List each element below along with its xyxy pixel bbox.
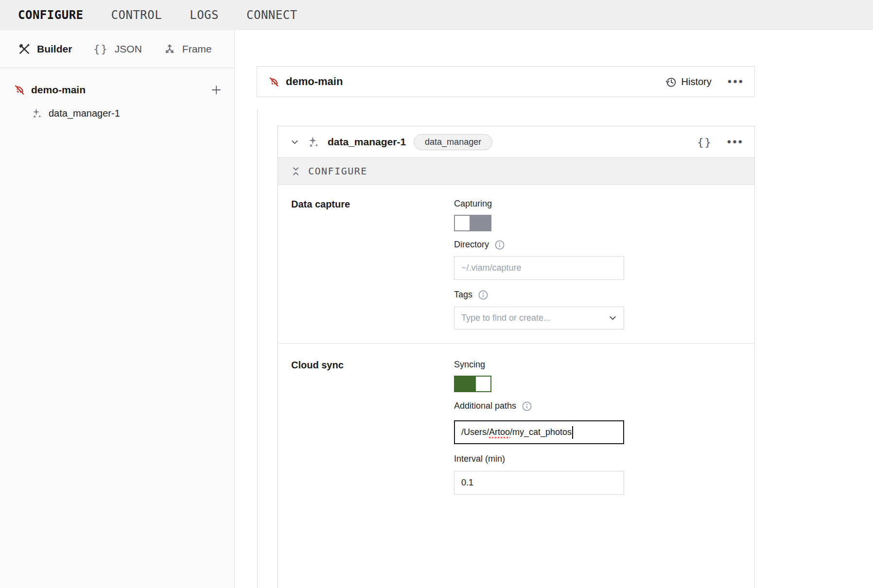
resource-card-title: data_manager-1 (328, 136, 406, 148)
sidebar-machine-row[interactable]: demo-main (0, 81, 234, 99)
machine-card-title: demo-main (286, 75, 343, 88)
collapse-section-icon (291, 166, 301, 176)
data-capture-heading: Data capture (291, 185, 454, 343)
cloud-sync-section: Cloud sync Syncing Additional paths (278, 343, 754, 581)
braces-icon: {} (93, 43, 108, 55)
frame-axis-icon (163, 43, 176, 55)
tags-label-row: Tags (454, 289, 625, 301)
resource-menu-button[interactable]: ••• (727, 136, 744, 148)
tab-connect[interactable]: CONNECT (246, 8, 297, 22)
tab-control[interactable]: CONTROL (111, 8, 162, 22)
json-config-button[interactable]: {} (697, 136, 712, 148)
sparkles-icon (307, 136, 319, 148)
tab-builder[interactable]: Builder (18, 43, 72, 55)
capturing-label: Capturing (454, 198, 625, 210)
tags-select[interactable]: Type to find or create... (454, 307, 624, 329)
main-content: demo-main History ••• (235, 30, 873, 588)
tab-frame[interactable]: Frame (163, 43, 212, 55)
tags-label: Tags (454, 289, 472, 301)
add-component-button[interactable] (211, 85, 222, 95)
toggle-knob (455, 216, 470, 230)
directory-label-row: Directory (454, 239, 625, 251)
interval-label: Interval (min) (454, 453, 625, 465)
configure-bar-label: CONFIGURE (308, 165, 367, 177)
resource-card-header: data_manager-1 data_manager {} ••• (278, 126, 754, 157)
data-capture-section: Data capture Capturing Directory (278, 185, 754, 343)
offline-icon (13, 84, 26, 96)
group-connector-line (257, 109, 258, 588)
path-text: /my_cat_photos (510, 427, 572, 437)
tab-logs[interactable]: LOGS (190, 8, 219, 22)
sparkles-icon (31, 108, 42, 119)
info-icon[interactable] (522, 401, 532, 412)
toggle-knob (476, 377, 490, 391)
path-text: /Users/ (461, 427, 489, 437)
interval-input[interactable] (454, 471, 624, 495)
resource-card-data-manager-1: data_manager-1 data_manager {} ••• CONFI… (278, 126, 755, 588)
additional-paths-input[interactable]: /Users/Artoo/my_cat_photos (454, 420, 624, 444)
sidebar-machine-name: demo-main (31, 84, 86, 96)
sidebar-item-label: data_manager-1 (49, 108, 120, 119)
path-text-misspelled: Artoo (489, 427, 510, 437)
syncing-label: Syncing (454, 359, 625, 371)
chevron-down-icon (608, 313, 617, 323)
sidebar: Builder {} JSON Frame (0, 30, 235, 588)
tab-frame-label: Frame (182, 43, 212, 55)
viam-configure-app: CONFIGURE CONTROL LOGS CONNECT Builder {… (0, 0, 873, 588)
tab-json[interactable]: {} JSON (93, 43, 142, 55)
tab-configure[interactable]: CONFIGURE (18, 8, 84, 22)
additional-paths-label-row: Additional paths (454, 400, 625, 412)
history-clock-icon (665, 76, 677, 88)
machine-menu-button[interactable]: ••• (728, 76, 744, 87)
machine-card: demo-main History ••• (257, 66, 755, 97)
tags-select-placeholder: Type to find or create... (461, 313, 608, 323)
top-nav: CONFIGURE CONTROL LOGS CONNECT (0, 0, 873, 30)
directory-label: Directory (454, 239, 489, 251)
data-capture-fields: Capturing Directory (454, 185, 625, 343)
offline-icon (268, 76, 280, 88)
resource-type-chip: data_manager (414, 134, 492, 150)
collapse-chevron-icon[interactable] (290, 138, 299, 147)
info-icon[interactable] (478, 290, 489, 300)
tab-builder-label: Builder (37, 43, 72, 55)
tab-json-label: JSON (115, 43, 142, 55)
additional-paths-label: Additional paths (454, 400, 516, 412)
configure-section-bar[interactable]: CONFIGURE (278, 157, 754, 185)
info-icon[interactable] (494, 240, 505, 250)
view-mode-tabs: Builder {} JSON Frame (0, 30, 234, 68)
syncing-toggle[interactable] (454, 376, 491, 392)
text-caret (572, 426, 573, 439)
directory-input[interactable] (454, 256, 624, 280)
cloud-sync-heading: Cloud sync (291, 344, 454, 581)
history-button-label: History (681, 76, 712, 87)
cloud-sync-fields: Syncing Additional paths (454, 344, 625, 581)
capturing-toggle[interactable] (454, 215, 491, 231)
builder-tools-icon (18, 43, 31, 55)
sidebar-item-data-manager-1[interactable]: data_manager-1 (0, 105, 234, 121)
history-button[interactable]: History (665, 76, 712, 88)
